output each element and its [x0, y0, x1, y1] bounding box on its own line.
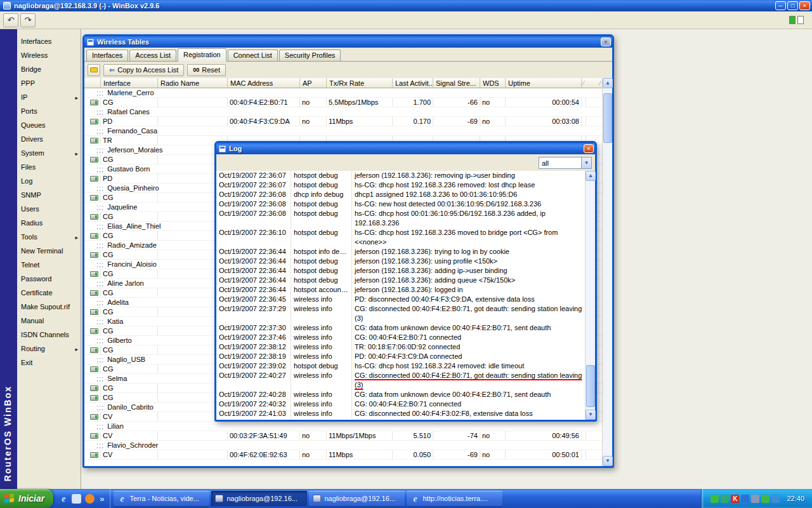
- close-button[interactable]: ×: [799, 1, 810, 10]
- start-button[interactable]: Iniciar: [0, 489, 53, 508]
- column-header-signal-stre[interactable]: Signal Stre...: [433, 78, 480, 88]
- main-window-titlebar[interactable]: nagliobraga@192.168.3.9 (-) - WinBox v2.…: [0, 0, 812, 11]
- sidebar-item-isdn-channels[interactable]: ISDN Channels: [17, 328, 81, 342]
- update-icon[interactable]: [741, 495, 749, 503]
- column-header-mac-address[interactable]: MAC Address: [228, 78, 300, 88]
- sidebar-item-manual[interactable]: Manual: [17, 314, 81, 328]
- copy-to-access-list-button[interactable]: ⇐ Copy to Access List: [103, 64, 184, 76]
- internet-explorer-icon[interactable]: e: [59, 494, 68, 504]
- registration-row[interactable]: CV00:4F:62:0E:92:63no11Mbps0.050-69no00:…: [84, 450, 602, 460]
- connection-icon[interactable]: [721, 495, 729, 503]
- sidebar-item-ppp[interactable]: PPP: [17, 76, 81, 90]
- sidebar-item-drivers[interactable]: Drivers: [17, 132, 81, 146]
- minimize-button[interactable]: ─: [775, 1, 786, 10]
- filter-button[interactable]: [88, 64, 100, 76]
- redo-button[interactable]: ↷: [20, 13, 36, 27]
- column-header-last-activit[interactable]: Last Activit...: [393, 78, 433, 88]
- log-entry[interactable]: Oct/19/2007 22:37:29wireless infoCG: dis…: [216, 304, 585, 323]
- log-entry[interactable]: Oct/19/2007 22:37:46wireless infoCG: 00:…: [216, 333, 585, 342]
- registration-comment-row[interactable]: ;;;Lilian: [84, 422, 602, 431]
- log-entry[interactable]: Oct/19/2007 22:38:12wireless infoTR: 00:…: [216, 342, 585, 352]
- log-close-button[interactable]: ×: [584, 144, 594, 153]
- sidebar-item-tools[interactable]: Tools▸: [17, 230, 81, 244]
- registration-comment-row[interactable]: ;;;Fernando_Casa: [84, 126, 602, 136]
- reset-button[interactable]: 00 Reset: [187, 64, 226, 76]
- log-scrollbar[interactable]: ▲ ▼: [585, 171, 595, 420]
- scroll-down-icon[interactable]: ▼: [586, 410, 596, 420]
- column-header-tx-rx-rate[interactable]: Tx/Rx Rate: [327, 78, 393, 88]
- wireless-tables-close-button[interactable]: ×: [601, 37, 611, 46]
- sidebar-item-bridge[interactable]: Bridge: [17, 62, 81, 76]
- taskbar-task[interactable]: ehttp://noticias.terra....: [407, 491, 502, 506]
- log-filter-select[interactable]: all ▼: [539, 157, 592, 169]
- sidebar-item-interfaces[interactable]: Interfaces: [17, 34, 81, 48]
- log-entry[interactable]: Oct/19/2007 22:36:07hotspot debughs-CG: …: [216, 180, 585, 190]
- log-entry[interactable]: Oct/19/2007 22:37:30wireless infoCG: dat…: [216, 323, 585, 333]
- log-entry[interactable]: Oct/19/2007 22:36:44hotspot debugjeferso…: [216, 257, 585, 266]
- log-entry[interactable]: Oct/19/2007 22:36:45wireless infoPD: dis…: [216, 295, 585, 304]
- scroll-thumb[interactable]: [586, 365, 595, 407]
- overflow-chevron-icon[interactable]: »: [100, 494, 104, 504]
- log-entry[interactable]: Oct/19/2007 22:36:07hotspot debugjeferso…: [216, 171, 585, 180]
- log-entry[interactable]: Oct/19/2007 22:36:44hotspot account in..…: [216, 285, 585, 295]
- log-entry[interactable]: Oct/19/2007 22:36:44hotspot info debugje…: [216, 247, 585, 257]
- sidebar-item-queues[interactable]: Queues: [17, 118, 81, 132]
- scroll-up-icon[interactable]: ▲: [586, 171, 596, 181]
- tab-interfaces[interactable]: Interfaces: [86, 50, 128, 61]
- scroll-thumb[interactable]: [603, 93, 612, 143]
- sidebar-item-snmp[interactable]: SNMP: [17, 188, 81, 202]
- scroll-up-icon[interactable]: ▲: [603, 78, 613, 88]
- tab-registration[interactable]: Registration: [178, 48, 226, 62]
- log-entry[interactable]: Oct/19/2007 22:36:08hotspot debughs-CG: …: [216, 199, 585, 209]
- log-entry[interactable]: Oct/19/2007 22:38:19wireless infoPD: 00:…: [216, 352, 585, 361]
- sidebar-item-ports[interactable]: Ports: [17, 104, 81, 118]
- column-header-uptime[interactable]: Uptime: [506, 78, 582, 88]
- log-entry[interactable]: Oct/19/2007 22:36:08dhcp info debugdhcp1…: [216, 190, 585, 199]
- column-header-ap[interactable]: AP: [300, 78, 327, 88]
- log-entry[interactable]: Oct/19/2007 22:41:03wireless infoCG: dis…: [216, 409, 585, 418]
- log-entry[interactable]: Oct/19/2007 22:40:32wireless infoCG: 00:…: [216, 399, 585, 409]
- messenger-icon[interactable]: [761, 495, 769, 503]
- volume-icon[interactable]: [751, 495, 759, 503]
- sidebar-item-password[interactable]: Password: [17, 272, 81, 286]
- dropdown-arrow-icon[interactable]: ▼: [581, 157, 591, 168]
- sidebar-item-log[interactable]: Log: [17, 174, 81, 188]
- log-entry[interactable]: Oct/19/2007 22:36:10hotspot debughs-CG: …: [216, 228, 585, 247]
- registration-row[interactable]: CV00:03:2F:3A:51:49no11Mbps/1Mbps5.510-7…: [84, 431, 602, 441]
- log-entry[interactable]: Oct/19/2007 22:36:44hotspot debugjeferso…: [216, 276, 585, 285]
- registration-scrollbar[interactable]: ▲ ▼: [602, 78, 612, 466]
- column-header-interface[interactable]: Interface: [101, 78, 158, 88]
- taskbar-task[interactable]: nagliobraga@192.16...: [211, 491, 307, 506]
- column-header-radio-name[interactable]: Radio Name: [158, 78, 228, 88]
- undo-button[interactable]: ↶: [3, 13, 18, 27]
- log-entry[interactable]: Oct/19/2007 22:39:02hotspot debughs-CG: …: [216, 361, 585, 371]
- log-entry[interactable]: Oct/19/2007 22:36:08hotspot debughs-CG: …: [216, 209, 585, 228]
- scroll-down-icon[interactable]: ▼: [603, 456, 613, 466]
- sidebar-item-make-supout-rif[interactable]: Make Supout.rif: [17, 300, 81, 314]
- tab-connect-list[interactable]: Connect List: [228, 50, 278, 61]
- show-desktop-icon[interactable]: [72, 494, 81, 504]
- tab-security-profiles[interactable]: Security Profiles: [279, 50, 341, 61]
- registration-comment-row[interactable]: ;;;Flavio_Schroder: [84, 441, 602, 450]
- sidebar-item-exit[interactable]: Exit: [17, 356, 81, 370]
- registration-comment-row[interactable]: ;;;Rafael Canes: [84, 107, 602, 117]
- sidebar-item-system[interactable]: System▸: [17, 146, 81, 160]
- sidebar-item-routing[interactable]: Routing▸: [17, 342, 81, 356]
- log-entry[interactable]: Oct/19/2007 22:40:28wireless infoCG: dat…: [216, 390, 585, 399]
- sidebar-item-ip[interactable]: IP▸: [17, 90, 81, 104]
- sidebar-item-users[interactable]: Users: [17, 202, 81, 216]
- firefox-icon[interactable]: [85, 494, 95, 504]
- sidebar-item-files[interactable]: Files: [17, 160, 81, 174]
- log-titlebar[interactable]: Log ×: [216, 143, 595, 154]
- maximize-button[interactable]: □: [787, 1, 798, 10]
- registration-comment-row[interactable]: ;;;Marlene_Cerro: [84, 88, 602, 98]
- wireless-tables-titlebar[interactable]: Wireless Tables ×: [84, 36, 612, 48]
- network-status-icon[interactable]: [710, 495, 719, 503]
- tab-access-list[interactable]: Access List: [129, 50, 176, 61]
- sidebar-item-wireless[interactable]: Wireless: [17, 48, 81, 62]
- taskbar-task[interactable]: nagliobraga@192.16...: [309, 491, 405, 506]
- kaspersky-icon[interactable]: K: [731, 495, 739, 503]
- registration-row[interactable]: CG00:40:F4:E2:B0:71no5.5Mbps/1Mbps1.700-…: [84, 98, 602, 107]
- search-icon[interactable]: [771, 495, 780, 503]
- sidebar-item-certificate[interactable]: Certificate: [17, 286, 81, 300]
